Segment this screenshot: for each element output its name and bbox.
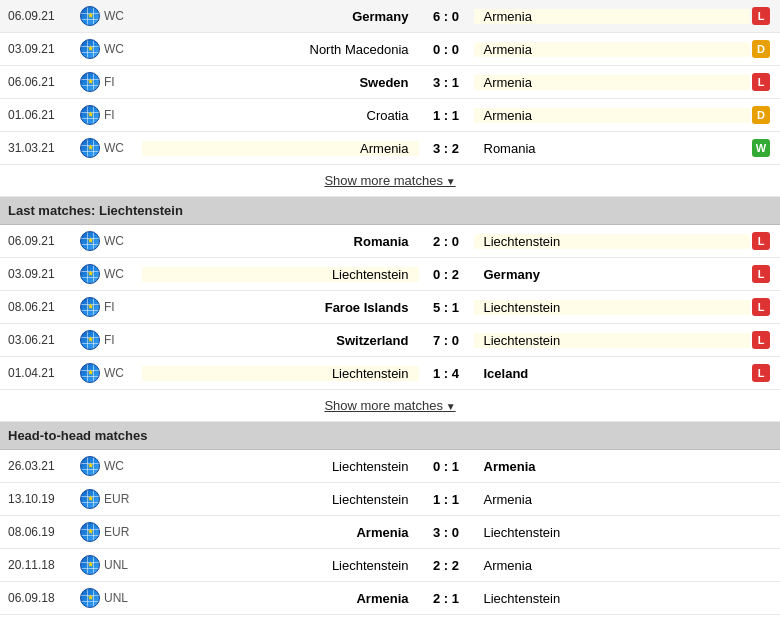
table-row: 06.09.21★WCGermany6 : 0ArmeniaL [0, 0, 780, 33]
competition-flag: ★ [76, 488, 104, 510]
result-col: L [750, 7, 772, 25]
match-score: 1 : 1 [419, 108, 474, 123]
result-badge: L [752, 73, 770, 91]
away-team: Armenia [474, 492, 751, 507]
table-row: 06.09.21★WCRomania2 : 0LiechtensteinL [0, 225, 780, 258]
result-badge: D [752, 106, 770, 124]
match-date: 13.10.19 [8, 492, 76, 506]
competition-type: EUR [104, 492, 142, 506]
home-team: Liechtenstein [142, 558, 419, 573]
away-team: Liechtenstein [474, 333, 751, 348]
home-team: Liechtenstein [142, 366, 419, 381]
competition-type: WC [104, 234, 142, 248]
competition-flag: ★ [76, 263, 104, 285]
result-col: L [750, 232, 772, 250]
match-date: 03.09.21 [8, 267, 76, 281]
home-team: Liechtenstein [142, 267, 419, 282]
competition-flag: ★ [76, 5, 104, 27]
show-more-link[interactable]: Show more matches [324, 173, 455, 188]
match-score: 2 : 2 [419, 558, 474, 573]
competition-flag: ★ [76, 362, 104, 384]
home-team: Switzerland [142, 333, 419, 348]
home-team: Croatia [142, 108, 419, 123]
result-col: D [750, 106, 772, 124]
result-badge: L [752, 232, 770, 250]
competition-flag: ★ [76, 137, 104, 159]
competition-flag: ★ [76, 521, 104, 543]
match-date: 31.03.21 [8, 141, 76, 155]
table-row: 26.03.21★WCLiechtenstein0 : 1Armenia [0, 450, 780, 483]
table-row: 13.10.19★EURLiechtenstein1 : 1Armenia [0, 483, 780, 516]
match-date: 01.04.21 [8, 366, 76, 380]
table-row: 03.06.21★FISwitzerland7 : 0Liechtenstein… [0, 324, 780, 357]
table-row: 08.06.21★FIFaroe Islands5 : 1Liechtenste… [0, 291, 780, 324]
show-more-link[interactable]: Show more matches [324, 398, 455, 413]
away-team: Iceland [474, 366, 751, 381]
competition-type: EUR [104, 525, 142, 539]
result-col: D [750, 40, 772, 58]
match-score: 2 : 0 [419, 234, 474, 249]
home-team: North Macedonia [142, 42, 419, 57]
result-col: L [750, 73, 772, 91]
match-date: 03.09.21 [8, 42, 76, 56]
competition-type: WC [104, 267, 142, 281]
section-header-head-to-head: Head-to-head matches [0, 422, 780, 450]
home-team: Armenia [142, 591, 419, 606]
result-badge: L [752, 265, 770, 283]
away-team: Germany [474, 267, 751, 282]
table-row: 03.09.21★WCNorth Macedonia0 : 0ArmeniaD [0, 33, 780, 66]
home-team: Romania [142, 234, 419, 249]
home-team: Liechtenstein [142, 492, 419, 507]
match-score: 1 : 4 [419, 366, 474, 381]
away-team: Liechtenstein [474, 591, 751, 606]
match-score: 2 : 1 [419, 591, 474, 606]
result-col: L [750, 364, 772, 382]
match-score: 5 : 1 [419, 300, 474, 315]
away-team: Armenia [474, 42, 751, 57]
competition-type: FI [104, 300, 142, 314]
section-header-liechtenstein-matches: Last matches: Liechtenstein [0, 197, 780, 225]
competition-flag: ★ [76, 329, 104, 351]
match-score: 1 : 1 [419, 492, 474, 507]
match-date: 08.06.21 [8, 300, 76, 314]
match-date: 03.06.21 [8, 333, 76, 347]
competition-type: WC [104, 366, 142, 380]
away-team: Armenia [474, 9, 751, 24]
match-score: 3 : 0 [419, 525, 474, 540]
match-date: 06.09.18 [8, 591, 76, 605]
result-col: L [750, 331, 772, 349]
result-badge: L [752, 364, 770, 382]
competition-type: FI [104, 108, 142, 122]
result-badge: L [752, 331, 770, 349]
table-row: 08.06.19★EURArmenia3 : 0Liechtenstein [0, 516, 780, 549]
result-badge: D [752, 40, 770, 58]
competition-type: UNL [104, 591, 142, 605]
home-team: Sweden [142, 75, 419, 90]
away-team: Armenia [474, 459, 751, 474]
competition-flag: ★ [76, 71, 104, 93]
match-date: 08.06.19 [8, 525, 76, 539]
competition-flag: ★ [76, 296, 104, 318]
away-team: Liechtenstein [474, 525, 751, 540]
result-col: L [750, 265, 772, 283]
match-date: 06.09.21 [8, 9, 76, 23]
show-more-row: Show more matches [0, 165, 780, 197]
away-team: Romania [474, 141, 751, 156]
competition-flag: ★ [76, 230, 104, 252]
match-date: 01.06.21 [8, 108, 76, 122]
table-row: 01.06.21★FICroatia1 : 1ArmeniaD [0, 99, 780, 132]
table-row: 06.09.18★UNLArmenia2 : 1Liechtenstein [0, 582, 780, 615]
match-date: 06.09.21 [8, 234, 76, 248]
home-team: Germany [142, 9, 419, 24]
away-team: Armenia [474, 108, 751, 123]
competition-type: FI [104, 75, 142, 89]
match-score: 3 : 2 [419, 141, 474, 156]
match-score: 6 : 0 [419, 9, 474, 24]
home-team: Armenia [142, 525, 419, 540]
match-score: 7 : 0 [419, 333, 474, 348]
competition-flag: ★ [76, 455, 104, 477]
away-team: Armenia [474, 75, 751, 90]
match-date: 26.03.21 [8, 459, 76, 473]
table-row: 01.04.21★WCLiechtenstein1 : 4IcelandL [0, 357, 780, 390]
result-badge: L [752, 7, 770, 25]
